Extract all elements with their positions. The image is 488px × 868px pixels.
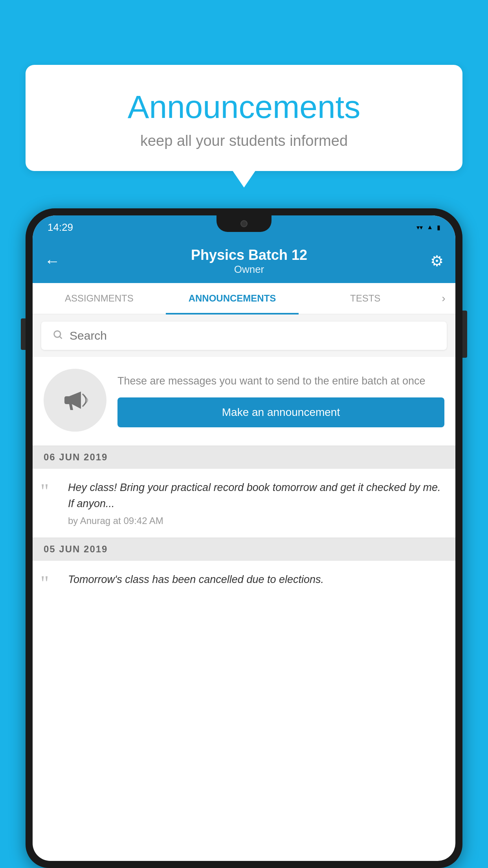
- speech-bubble-container: Announcements keep all your students inf…: [26, 65, 462, 171]
- search-input[interactable]: [70, 329, 436, 342]
- announcement-text-2: Tomorrow's class has been cancelled due …: [68, 572, 444, 588]
- tab-assignments[interactable]: ASSIGNMENTS: [33, 283, 166, 314]
- quote-icon-2: ": [40, 573, 60, 594]
- battery-icon: ▮: [437, 224, 440, 231]
- quote-icon-1: ": [40, 481, 60, 502]
- announcement-content-2: Tomorrow's class has been cancelled due …: [68, 572, 444, 592]
- settings-icon[interactable]: ⚙: [430, 252, 444, 270]
- search-icon: [52, 329, 63, 343]
- promo-right: These are messages you want to send to t…: [117, 373, 444, 428]
- status-time: 14:29: [48, 221, 73, 234]
- date-separator-2: 05 JUN 2019: [33, 538, 455, 561]
- tab-tests[interactable]: TESTS: [299, 283, 432, 314]
- signal-icon: ▲: [427, 224, 433, 231]
- tab-announcements[interactable]: ANNOUNCEMENTS: [166, 283, 299, 314]
- bubble-title: Announcements: [45, 88, 443, 125]
- tabs-bar: ASSIGNMENTS ANNOUNCEMENTS TESTS ›: [33, 283, 455, 314]
- svg-line-1: [60, 337, 62, 338]
- announcement-text-1: Hey class! Bring your practical record b…: [68, 480, 444, 511]
- make-announcement-button[interactable]: Make an announcement: [117, 397, 444, 427]
- svg-point-0: [54, 331, 61, 337]
- status-icons: ▾▾ ▲ ▮: [416, 224, 440, 231]
- megaphone-icon: [59, 384, 91, 416]
- phone-screen: 14:29 ▾▾ ▲ ▮ ← Physics Batch 12 Owner ⚙: [33, 215, 455, 861]
- phone-wrapper: 14:29 ▾▾ ▲ ▮ ← Physics Batch 12 Owner ⚙: [26, 208, 462, 868]
- app-bar-title: Physics Batch 12: [68, 247, 430, 263]
- bubble-subtitle: keep all your students informed: [45, 132, 443, 149]
- announcement-content-1: Hey class! Bring your practical record b…: [68, 480, 444, 526]
- date-separator-1: 06 JUN 2019: [33, 446, 455, 469]
- promo-icon-circle: [44, 369, 106, 432]
- announcement-item-1[interactable]: " Hey class! Bring your practical record…: [33, 469, 455, 538]
- phone-outer: 14:29 ▾▾ ▲ ▮ ← Physics Batch 12 Owner ⚙: [26, 208, 462, 868]
- wifi-icon: ▾▾: [416, 224, 423, 231]
- app-bar-center: Physics Batch 12 Owner: [68, 247, 430, 276]
- app-bar-subtitle: Owner: [68, 263, 430, 276]
- announcement-meta-1: by Anurag at 09:42 AM: [68, 515, 444, 526]
- tab-more[interactable]: ›: [432, 283, 455, 314]
- speech-bubble: Announcements keep all your students inf…: [26, 65, 462, 171]
- promo-area: These are messages you want to send to t…: [33, 357, 455, 446]
- app-bar: ← Physics Batch 12 Owner ⚙: [33, 239, 455, 283]
- promo-description: These are messages you want to send to t…: [117, 373, 444, 389]
- notch: [216, 215, 272, 232]
- status-bar: 14:29 ▾▾ ▲ ▮: [33, 215, 455, 239]
- search-bar[interactable]: [41, 322, 447, 350]
- search-container: [33, 314, 455, 357]
- camera: [240, 220, 248, 227]
- back-button[interactable]: ←: [44, 252, 60, 270]
- announcement-item-2[interactable]: " Tomorrow's class has been cancelled du…: [33, 561, 455, 605]
